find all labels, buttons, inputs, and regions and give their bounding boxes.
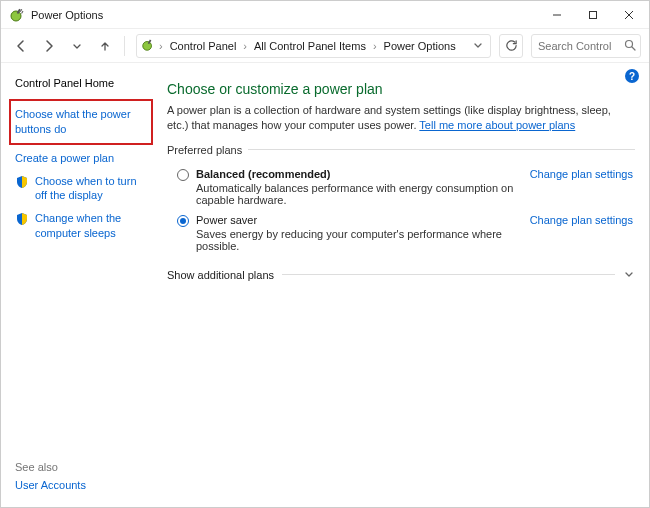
breadcrumb-item[interactable]: All Control Panel Items — [251, 38, 369, 54]
see-also-user-accounts[interactable]: User Accounts — [15, 478, 151, 493]
sidebar-link-create-plan[interactable]: Create a power plan — [15, 151, 151, 166]
refresh-button[interactable] — [499, 34, 523, 58]
chevron-right-icon[interactable]: › — [242, 40, 248, 52]
control-panel-home-link[interactable]: Control Panel Home — [15, 77, 151, 89]
radio-button[interactable] — [177, 169, 189, 181]
main-panel: Choose or customize a power plan A power… — [161, 63, 649, 507]
chevron-down-icon — [615, 268, 635, 282]
svg-point-0 — [11, 11, 21, 21]
power-options-icon — [9, 7, 25, 23]
plan-description: Automatically balances performance with … — [196, 182, 522, 206]
sidebar-link-label: Change when the computer sleeps — [35, 211, 151, 241]
radio-button[interactable] — [177, 215, 189, 227]
sidebar-link-turn-off-display[interactable]: Choose when to turn off the display — [15, 174, 151, 204]
show-more-label: Show additional plans — [167, 269, 282, 281]
sidebar: Control Panel Home Choose what the power… — [1, 63, 161, 507]
minimize-button[interactable] — [539, 3, 575, 27]
power-options-icon — [141, 38, 155, 54]
breadcrumb-item[interactable]: Power Options — [381, 38, 459, 54]
page-description: A power plan is a collection of hardware… — [167, 103, 635, 134]
preferred-plans-label: Preferred plans — [167, 144, 248, 156]
svg-rect-5 — [590, 11, 597, 18]
window-title: Power Options — [31, 9, 103, 21]
svg-line-11 — [632, 47, 635, 50]
plan-name[interactable]: Balanced (recommended) — [196, 168, 330, 180]
maximize-button[interactable] — [575, 3, 611, 27]
title-bar: Power Options — [1, 1, 649, 29]
address-bar[interactable]: › Control Panel › All Control Panel Item… — [136, 34, 491, 58]
help-icon[interactable]: ? — [625, 69, 639, 83]
window: Power Options — [0, 0, 650, 508]
recent-locations-button[interactable] — [65, 34, 89, 58]
content-area: ? Control Panel Home Choose what the pow… — [1, 63, 649, 507]
address-dropdown-button[interactable] — [470, 40, 486, 52]
preferred-plans-group: Preferred plans Balanced (recommended) A… — [167, 144, 635, 254]
show-additional-plans[interactable]: Show additional plans — [167, 268, 635, 282]
change-plan-settings-link[interactable]: Change plan settings — [530, 168, 633, 180]
svg-rect-3 — [21, 10, 23, 13]
separator — [124, 36, 125, 56]
search-box[interactable] — [531, 34, 641, 58]
sidebar-link-power-buttons[interactable]: Choose what the power buttons do — [9, 99, 153, 145]
power-plan-power-saver: Power saver Saves energy by reducing you… — [167, 208, 635, 254]
back-button[interactable] — [9, 34, 33, 58]
forward-button[interactable] — [37, 34, 61, 58]
plan-description: Saves energy by reducing your computer's… — [196, 228, 522, 252]
divider — [282, 274, 615, 275]
sidebar-link-label: Choose when to turn off the display — [35, 174, 151, 204]
close-button[interactable] — [611, 3, 647, 27]
tell-me-more-link[interactable]: Tell me more about power plans — [419, 119, 575, 131]
search-icon[interactable] — [624, 39, 636, 53]
search-input[interactable] — [536, 39, 616, 53]
up-button[interactable] — [93, 34, 117, 58]
shield-icon — [15, 175, 29, 189]
svg-point-10 — [626, 40, 633, 47]
change-plan-settings-link[interactable]: Change plan settings — [530, 214, 633, 226]
svg-point-8 — [143, 41, 152, 50]
chevron-right-icon[interactable]: › — [158, 40, 164, 52]
page-heading: Choose or customize a power plan — [167, 81, 635, 97]
navigation-bar: › Control Panel › All Control Panel Item… — [1, 29, 649, 63]
see-also-label: See also — [15, 461, 151, 473]
sidebar-link-computer-sleeps[interactable]: Change when the computer sleeps — [15, 211, 151, 241]
power-plan-balanced: Balanced (recommended) Automatically bal… — [167, 162, 635, 208]
plan-name[interactable]: Power saver — [196, 214, 257, 226]
breadcrumb-item[interactable]: Control Panel — [167, 38, 240, 54]
chevron-right-icon[interactable]: › — [372, 40, 378, 52]
shield-icon — [15, 212, 29, 226]
